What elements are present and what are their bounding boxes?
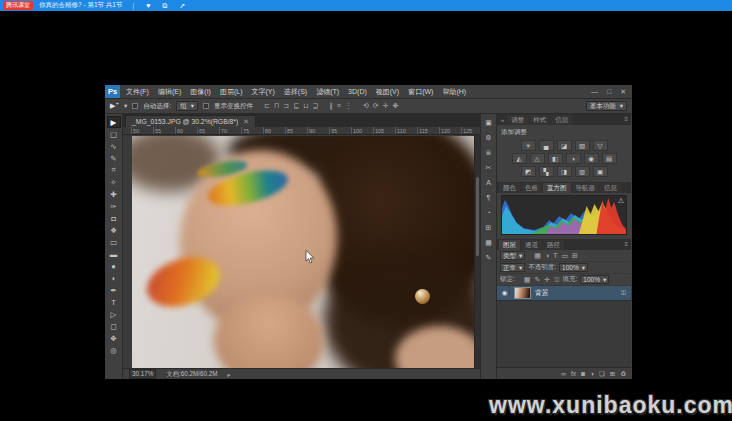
tool-icon[interactable]: ✒ [107, 284, 121, 296]
dock-panel-icon[interactable]: ✂ [482, 162, 495, 173]
tool-icon[interactable]: ◻ [107, 320, 121, 332]
align-icon[interactable]: ⊒ [312, 102, 318, 110]
collapse-panel-icon[interactable]: « [499, 115, 506, 125]
close-tab-icon[interactable]: ✕ [243, 118, 249, 126]
tool-icon[interactable]: ▭ [107, 236, 121, 248]
tool-icon[interactable]: ▬ [107, 248, 121, 260]
tool-icon[interactable]: ✚ [107, 188, 121, 200]
menu-item[interactable]: 选择(S) [284, 87, 307, 97]
zoom-level-field[interactable]: 30.17% [129, 369, 156, 379]
align-icon[interactable]: ⊐ [283, 102, 289, 110]
tool-icon[interactable]: ∿ [107, 140, 121, 152]
menu-item[interactable]: 图像(I) [190, 87, 211, 97]
histogram-warning-icon[interactable]: ⚠ [618, 197, 624, 205]
layer-thumbnail[interactable] [514, 287, 531, 299]
threed-mode-icon[interactable]: ✥ [393, 102, 399, 110]
panel-menu-icon[interactable]: ≡ [624, 241, 628, 247]
lock-option-icon[interactable]: ✎ [534, 276, 540, 284]
dock-panel-icon[interactable]: A [482, 177, 495, 188]
tab-histogram[interactable]: 直方图 [543, 183, 571, 193]
tool-icon[interactable]: T [107, 296, 121, 308]
lock-option-icon[interactable]: ⚿ [554, 276, 559, 284]
dock-panel-icon[interactable]: ▣ [482, 117, 495, 128]
distribute-icon[interactable]: ≡ [337, 102, 341, 110]
menu-item[interactable]: 编辑(E) [158, 87, 181, 97]
align-icon[interactable]: ⊏ [264, 102, 270, 110]
layers-action-icon[interactable]: ∞ [561, 370, 566, 377]
share-icon[interactable]: ↗ [179, 1, 185, 11]
adjustment-icon[interactable]: ◪ [557, 140, 572, 151]
menu-item[interactable]: 滤镜(T) [316, 87, 339, 97]
tab-info2[interactable]: 信息 [600, 183, 621, 193]
adjustment-icon[interactable]: ▧ [575, 140, 590, 151]
layer-name[interactable]: 背景 [535, 288, 617, 298]
layer-filter-icon[interactable]: ▦ [534, 252, 541, 260]
adjustment-icon[interactable]: ◧ [548, 153, 563, 164]
dock-panel-icon[interactable]: ¶ [482, 192, 495, 203]
layers-action-icon[interactable]: ♻ [620, 370, 626, 378]
close-button[interactable]: ✕ [620, 88, 626, 96]
layer-filter-icon[interactable]: ⊞ [572, 252, 578, 260]
adjustment-icon[interactable]: ◑ [566, 153, 581, 164]
dock-panel-icon[interactable]: ⚙ [482, 132, 495, 143]
workspace-switcher[interactable]: 基本功能 ▾ [586, 101, 627, 111]
tool-icon[interactable]: ▷ [107, 308, 121, 320]
adjustment-icon[interactable]: ▥ [575, 166, 590, 177]
tool-icon[interactable]: ✧ [107, 176, 121, 188]
tab-color[interactable]: 颜色 [499, 183, 520, 193]
threed-mode-icon[interactable]: ✛ [383, 102, 389, 110]
tab-channels[interactable]: 通道 [521, 240, 542, 250]
blend-mode-dropdown[interactable]: 正常 ▾ [500, 263, 525, 272]
tab-paths[interactable]: 路径 [543, 240, 564, 250]
menu-item[interactable]: 文字(Y) [251, 87, 274, 97]
favorite-heart-icon[interactable]: ♥ [146, 1, 150, 11]
dock-panel-icon[interactable]: ◔ [482, 207, 495, 218]
adjustment-icon[interactable]: ◩ [521, 166, 536, 177]
menu-item[interactable]: 3D(D) [348, 88, 367, 95]
layer-filter-icon[interactable]: T [553, 252, 557, 260]
tool-icon[interactable]: ⌗ [107, 164, 121, 176]
menu-item[interactable]: 文件(F) [126, 87, 149, 97]
auto-select-dropdown[interactable]: 组 ▾ [176, 101, 198, 111]
adjustment-icon[interactable]: ▽ [593, 140, 608, 151]
opacity-field[interactable]: 100% ▾ [559, 263, 588, 272]
layers-action-icon[interactable]: ⊞ [610, 370, 615, 378]
dock-panel-icon[interactable]: ⊞ [482, 222, 495, 233]
tool-icon[interactable]: ✥ [107, 332, 121, 344]
popout-icon[interactable]: ⧉ [162, 1, 167, 11]
align-icon[interactable]: ⊑ [293, 102, 299, 110]
filter-type-dropdown[interactable]: 类型 ▾ [500, 251, 525, 260]
maximize-button[interactable]: □ [607, 88, 611, 96]
tool-preset-arrow[interactable]: ▾ [124, 102, 127, 110]
minimize-button[interactable]: — [591, 88, 598, 96]
adjustment-icon[interactable]: ▤ [602, 153, 617, 164]
adjustment-icon[interactable]: ◭ [512, 153, 527, 164]
layer-row-background[interactable]: ◉ 背景 ⚿ [497, 286, 631, 301]
tool-icon[interactable]: ▶ [107, 116, 121, 128]
tab-swatches[interactable]: 色板 [521, 183, 542, 193]
tool-icon[interactable]: ◗ [107, 272, 121, 284]
threed-mode-icon[interactable]: ⟲ [363, 102, 369, 110]
tab-styles[interactable]: 样式 [529, 115, 550, 125]
dock-panel-icon[interactable]: ▦ [482, 237, 495, 248]
adjustment-icon[interactable]: △ [530, 153, 545, 164]
show-transform-checkbox[interactable] [203, 103, 209, 109]
layers-action-icon[interactable]: ◙ [581, 370, 585, 377]
distribute-icon[interactable]: ⋮ [345, 102, 352, 110]
status-options-arrow[interactable]: ▸ [227, 371, 230, 378]
tab-navigator[interactable]: 导航器 [572, 183, 600, 193]
layers-action-icon[interactable]: ◑ [590, 370, 594, 377]
lock-option-icon[interactable]: ▦ [524, 276, 531, 284]
distribute-icon[interactable]: ∥ [329, 102, 333, 110]
tab-adjustments[interactable]: 调整 [507, 115, 528, 125]
adjustment-icon[interactable]: ◉ [584, 153, 599, 164]
tool-icon[interactable]: ✑ [107, 200, 121, 212]
layer-visibility-eye-icon[interactable]: ◉ [500, 289, 510, 297]
canvas-photo[interactable] [132, 136, 474, 368]
layers-action-icon[interactable]: fx [571, 370, 576, 377]
layer-filter-icon[interactable]: ◑ [545, 252, 549, 260]
tab-info[interactable]: 信息 [551, 115, 572, 125]
adjustment-icon[interactable]: ☀ [521, 140, 536, 151]
panel-menu-icon[interactable]: ≡ [624, 116, 628, 122]
align-icon[interactable]: ⊓ [274, 102, 279, 110]
